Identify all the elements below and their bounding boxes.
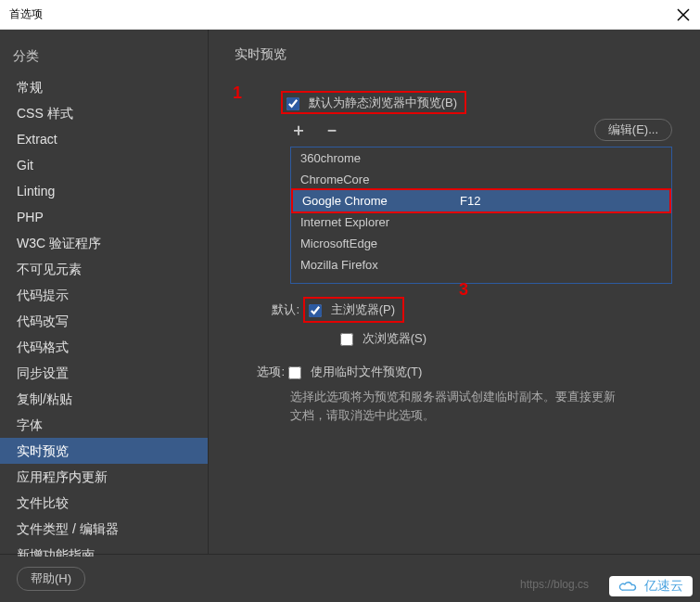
annotation-1: 1 <box>233 83 242 103</box>
temp-file-preview-label: 使用临时文件预览(T) <box>311 365 423 378</box>
default-static-preview-label: 默认为静态浏览器中预览(B) <box>309 96 457 109</box>
sidebar-item[interactable]: 常规 <box>0 74 208 100</box>
category-list: 常规CSS 样式ExtractGitLintingPHPW3C 验证程序不可见元… <box>0 74 208 557</box>
help-text: 选择此选项将为预览和服务器调试创建临时副本。要直接更新文档，请取消选中此选项。 <box>290 388 624 425</box>
browser-item[interactable]: Google ChromeF12 <box>291 188 671 213</box>
browser-item[interactable]: ChromeCore <box>291 169 671 190</box>
sidebar-item[interactable]: 字体 <box>0 412 208 438</box>
sidebar-item[interactable]: Linting <box>0 178 208 204</box>
sidebar-item[interactable]: Extract <box>0 126 208 152</box>
browser-item[interactable]: Mozilla Firefox <box>291 254 671 275</box>
options-label: 选项: <box>235 364 285 380</box>
sidebar: 分类 常规CSS 样式ExtractGitLintingPHPW3C 验证程序不… <box>0 30 209 554</box>
sidebar-item[interactable]: 代码提示 <box>0 282 208 308</box>
sidebar-item[interactable]: 复制/粘贴 <box>0 386 208 412</box>
sidebar-item[interactable]: 文件比较 <box>0 490 208 516</box>
sidebar-item[interactable]: 不可见元素 <box>0 256 208 282</box>
browser-item[interactable]: Internet Explorer <box>291 211 671 233</box>
sidebar-item[interactable]: PHP <box>0 204 208 230</box>
sidebar-item[interactable]: 文件类型 / 编辑器 <box>0 516 208 542</box>
content-pane: 实时预览 1 默认为静态浏览器中预览(B) ＋ － 编辑(E)... 2 360… <box>209 30 700 554</box>
browser-listbox[interactable]: 360chromeChromeCoreGoogle ChromeF12Inter… <box>290 147 672 284</box>
primary-browser-label: 主浏览器(P) <box>331 302 395 316</box>
sidebar-item[interactable]: Git <box>0 152 208 178</box>
sidebar-item[interactable]: 代码格式 <box>0 334 208 360</box>
edit-button[interactable]: 编辑(E)... <box>594 119 672 141</box>
url-watermark: https://blog.cs <box>520 578 589 591</box>
secondary-browser-checkbox[interactable]: 次浏览器(S) <box>340 330 426 347</box>
window-title: 首选项 <box>9 6 43 22</box>
titlebar: 首选项 <box>0 0 700 30</box>
secondary-browser-input[interactable] <box>340 333 353 346</box>
section-title: 实时预览 <box>235 46 685 63</box>
help-button[interactable]: 帮助(H) <box>17 567 85 591</box>
sidebar-item[interactable]: 应用程序内更新 <box>0 464 208 490</box>
temp-file-preview-input[interactable] <box>288 366 301 379</box>
brand-watermark: 亿速云 <box>609 576 693 596</box>
default-label: 默认: <box>264 301 299 318</box>
cloud-icon <box>618 579 639 594</box>
annotation-3: 3 <box>459 280 468 300</box>
sidebar-label: 分类 <box>0 46 208 74</box>
default-static-preview-input[interactable] <box>286 97 299 110</box>
primary-browser-input[interactable] <box>309 304 322 317</box>
secondary-browser-label: 次浏览器(S) <box>363 331 426 345</box>
temp-file-preview-checkbox[interactable]: 使用临时文件预览(T) <box>288 364 422 380</box>
primary-browser-checkbox[interactable]: 主浏览器(P) <box>303 297 404 323</box>
browser-item[interactable]: 360chrome <box>291 147 671 169</box>
sidebar-item[interactable]: 新增功能指南 <box>0 542 208 557</box>
browser-item[interactable]: MicrosoftEdge <box>291 233 671 254</box>
footer: 帮助(H) <box>0 554 700 602</box>
sidebar-item[interactable]: 同步设置 <box>0 360 208 386</box>
sidebar-item[interactable]: CSS 样式 <box>0 100 208 126</box>
sidebar-item[interactable]: 实时预览 <box>0 438 208 464</box>
sidebar-item[interactable]: 代码改写 <box>0 308 208 334</box>
sidebar-item[interactable]: W3C 验证程序 <box>0 230 208 256</box>
remove-browser-button[interactable]: － <box>324 122 340 138</box>
add-browser-button[interactable]: ＋ <box>290 122 307 138</box>
close-icon[interactable] <box>676 7 691 22</box>
default-static-preview-checkbox[interactable]: 默认为静态浏览器中预览(B) <box>281 91 466 114</box>
